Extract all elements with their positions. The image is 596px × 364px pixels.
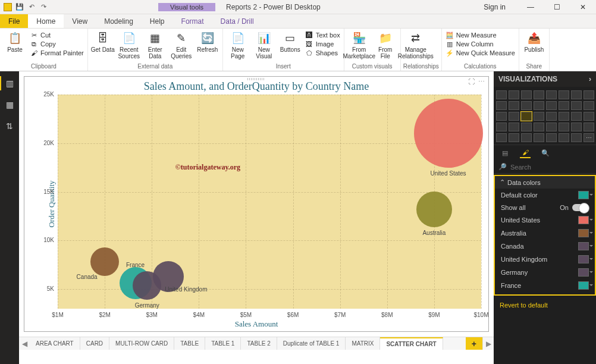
recent-sources-button[interactable]: 📄Recent Sources xyxy=(117,30,142,59)
viz-type-icon[interactable] xyxy=(571,90,582,99)
tab-data-drill[interactable]: Data / Drill xyxy=(212,14,262,28)
viz-type-icon[interactable] xyxy=(534,101,544,110)
page-tabs-prev[interactable]: ◀ xyxy=(19,337,30,350)
image-button[interactable]: 🖼Image xyxy=(304,40,341,48)
tab-file[interactable]: File xyxy=(0,14,28,28)
viz-type-icon[interactable] xyxy=(496,101,507,110)
viz-type-icon[interactable] xyxy=(496,133,507,142)
model-view-icon[interactable]: ⇅ xyxy=(2,119,17,133)
viz-type-icon[interactable] xyxy=(496,90,507,99)
bubble-canada[interactable] xyxy=(90,247,119,276)
viz-type-icon[interactable] xyxy=(509,133,519,142)
tab-home[interactable]: Home xyxy=(28,14,64,28)
new-column-button[interactable]: ▥New Column xyxy=(444,40,516,48)
viz-type-icon[interactable] xyxy=(546,123,557,131)
viz-type-icon[interactable] xyxy=(509,101,519,110)
bubble-germany[interactable] xyxy=(133,271,161,300)
viz-type-icon[interactable] xyxy=(559,123,569,131)
data-view-icon[interactable]: ▦ xyxy=(2,98,17,112)
page-tab[interactable]: MATRIX xyxy=(346,337,380,350)
from-marketplace-button[interactable]: 🏪From Marketplace xyxy=(347,30,372,59)
viz-type-icon[interactable] xyxy=(521,133,532,142)
page-tab[interactable]: CARD xyxy=(80,337,109,350)
viz-type-icon[interactable] xyxy=(496,123,507,131)
viz-type-icon[interactable] xyxy=(534,90,544,99)
tab-help[interactable]: Help xyxy=(142,14,173,28)
viz-type-icon[interactable] xyxy=(521,101,532,110)
viz-type-icon[interactable] xyxy=(496,112,507,121)
new-page-button[interactable]: 📄New Page xyxy=(225,30,250,59)
viz-type-icon[interactable] xyxy=(509,123,519,131)
format-search-input[interactable] xyxy=(510,164,592,171)
viz-type-icon[interactable] xyxy=(559,112,569,121)
viz-type-icon[interactable] xyxy=(571,123,582,131)
viz-type-icon[interactable] xyxy=(509,112,519,121)
viz-type-icon[interactable] xyxy=(559,133,569,142)
from-file-button[interactable]: 📁From File xyxy=(373,30,398,59)
viz-type-icon[interactable] xyxy=(534,133,544,142)
viz-type-icon[interactable] xyxy=(521,90,532,99)
enter-data-button[interactable]: ▦Enter Data xyxy=(143,30,168,59)
scatter-chart-visual[interactable]: ⛶ ⋯ Sales Amount, and OrderQuantity by C… xyxy=(24,76,489,332)
copy-button[interactable]: ⧉Copy xyxy=(29,40,85,48)
viz-type-icon[interactable] xyxy=(521,123,532,131)
textbox-button[interactable]: 🅰Text box xyxy=(304,31,341,39)
viz-type-icon[interactable] xyxy=(546,133,557,142)
format-tab-icon[interactable]: 🖌 xyxy=(520,148,531,158)
tab-view[interactable]: View xyxy=(64,14,96,28)
report-view-icon[interactable]: ▥ xyxy=(2,76,17,90)
format-painter-button[interactable]: 🖌Format Painter xyxy=(29,49,85,57)
window-close-icon[interactable]: ✕ xyxy=(572,0,594,14)
show-all-toggle[interactable] xyxy=(572,204,589,211)
sign-in-link[interactable]: Sign in xyxy=(484,3,506,11)
viz-type-icon[interactable] xyxy=(571,112,582,121)
tab-modeling[interactable]: Modeling xyxy=(96,14,142,28)
series-color-swatch[interactable] xyxy=(578,255,589,263)
viz-type-icon[interactable] xyxy=(559,90,569,99)
series-color-swatch[interactable] xyxy=(578,281,589,290)
fields-tab-icon[interactable]: ▤ xyxy=(500,148,510,158)
undo-icon[interactable]: ↶ xyxy=(27,3,36,11)
manage-relationships-button[interactable]: ⇄Manage Relationships xyxy=(403,30,428,59)
viz-type-icon[interactable] xyxy=(509,90,519,99)
analytics-tab-icon[interactable]: 🔍 xyxy=(540,148,551,158)
viz-type-icon[interactable] xyxy=(521,112,532,121)
buttons-button[interactable]: ▭Buttons xyxy=(278,30,303,53)
viz-type-icon[interactable] xyxy=(559,101,569,110)
viz-type-icon[interactable] xyxy=(546,112,557,121)
viz-type-icon[interactable] xyxy=(534,112,544,121)
tab-format[interactable]: Format xyxy=(173,14,212,28)
viz-type-icon[interactable] xyxy=(584,101,594,110)
viz-type-icon[interactable] xyxy=(584,133,594,142)
viz-type-icon[interactable] xyxy=(584,90,594,99)
page-tab[interactable]: MULTI-ROW CARD xyxy=(109,337,174,350)
page-tab[interactable]: AREA CHART xyxy=(30,337,80,350)
data-colors-card-header[interactable]: ⌃ Data colors xyxy=(495,176,595,189)
series-color-swatch[interactable] xyxy=(578,242,589,250)
window-minimize-icon[interactable]: — xyxy=(520,0,541,14)
window-maximize-icon[interactable]: ☐ xyxy=(546,0,567,14)
get-data-button[interactable]: 🗄Get Data xyxy=(90,30,115,53)
viz-type-icon[interactable] xyxy=(546,101,557,110)
series-color-swatch[interactable] xyxy=(578,229,589,237)
bubble-australia[interactable] xyxy=(416,192,452,227)
viz-type-icon[interactable] xyxy=(534,123,544,131)
page-tab[interactable]: SCATTER CHART xyxy=(380,337,443,350)
new-visual-button[interactable]: 📊New Visual xyxy=(252,30,277,59)
viz-type-icon[interactable] xyxy=(571,133,582,142)
paste-button[interactable]: 📋Paste xyxy=(2,30,27,53)
viz-type-icon[interactable] xyxy=(584,123,594,131)
page-tab[interactable]: TABLE 2 xyxy=(241,337,277,350)
bubble-united-states[interactable] xyxy=(414,99,483,168)
publish-button[interactable]: 📤Publish xyxy=(522,30,547,53)
redo-icon[interactable]: ↷ xyxy=(39,3,48,11)
page-tab[interactable]: Duplicate of TABLE 1 xyxy=(277,337,346,350)
default-color-swatch[interactable] xyxy=(578,191,589,199)
page-tabs-next[interactable]: ▶ xyxy=(483,337,494,350)
viz-type-icon[interactable] xyxy=(546,90,557,99)
new-quick-measure-button[interactable]: ⚡New Quick Measure xyxy=(444,49,516,57)
viz-type-icon[interactable] xyxy=(584,112,594,121)
cut-button[interactable]: ✂Cut xyxy=(29,31,85,39)
save-icon[interactable]: 💾 xyxy=(15,3,24,11)
viz-type-icon[interactable] xyxy=(571,101,582,110)
